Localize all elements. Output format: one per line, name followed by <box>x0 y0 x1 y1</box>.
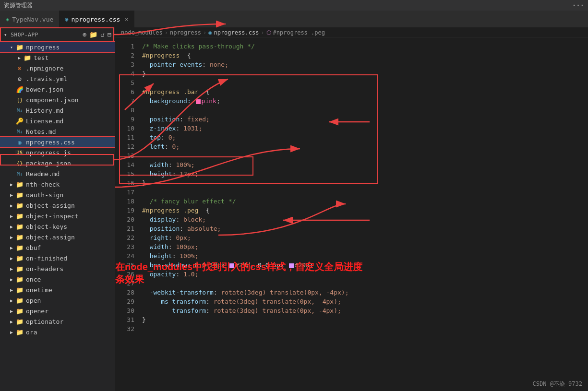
tree-item[interactable]: ▶📁on-finished <box>0 253 115 263</box>
tree-item[interactable]: ▶📁opener <box>0 306 115 316</box>
tree-arrow-icon[interactable]: ▶ <box>8 266 15 272</box>
tree-file-icon: 📁 <box>15 234 24 241</box>
tree-item[interactable]: {}package.json <box>0 158 115 168</box>
code-line: display: block; <box>142 215 588 224</box>
tree-arrow-icon[interactable]: ▶ <box>15 55 23 60</box>
refresh-icon[interactable]: ↺ <box>100 31 104 38</box>
code-line: #nprogress { <box>142 51 588 60</box>
tree-file-icon: 📁 <box>15 244 24 251</box>
code-line: width: 100px; <box>142 242 588 251</box>
tree-arrow-icon[interactable]: ▶ <box>8 330 15 335</box>
tree-item[interactable]: ▶📁object-assign <box>0 200 115 211</box>
tree-item[interactable]: ▶📁nth-check <box>0 179 115 190</box>
tree-file-icon: 📁 <box>15 329 24 336</box>
code-line: } <box>142 315 588 324</box>
tree-arrow-icon[interactable]: ▶ <box>8 319 15 324</box>
tree-item[interactable]: ▶📁onetime <box>0 284 115 295</box>
tree-file-icon: 📁 <box>15 297 24 304</box>
tree-item-label: optionator <box>26 318 63 325</box>
tree-item[interactable]: ▶📁obuf <box>0 242 115 253</box>
tree-item-label: object-assign <box>26 202 75 209</box>
code-line: height: 12px; <box>142 169 588 178</box>
tree-item[interactable]: M↓History.md <box>0 105 115 116</box>
line-number: 13 <box>115 151 134 160</box>
tree-file-icon: {} <box>15 97 24 103</box>
tree-item-label: once <box>26 276 41 283</box>
tree-item-label: .npmignore <box>26 65 63 72</box>
tree-arrow-icon[interactable]: ▾ <box>8 45 15 50</box>
line-number: 8 <box>115 106 134 115</box>
tree-item[interactable]: ▾📁nprogress <box>0 42 115 52</box>
tree-file-icon: 📁 <box>15 308 24 315</box>
tab-typenav[interactable]: ◈ TypeNav.vue <box>0 11 59 27</box>
tree-item[interactable]: ▶📁on-headers <box>0 263 115 274</box>
code-line: transform: rotate(3deg) translate(0px, -… <box>142 306 588 315</box>
tree-file-icon: ⚙ <box>15 75 24 83</box>
tree-arrow-icon[interactable]: ▶ <box>8 203 15 208</box>
tree-item[interactable]: JSnprogress.js <box>0 147 115 158</box>
tree-item[interactable]: ▶📁once <box>0 274 115 284</box>
tree-arrow-icon[interactable]: ▶ <box>8 192 15 198</box>
tree-item[interactable]: ▶📁object-inspect <box>0 211 115 221</box>
tree-arrow-icon[interactable]: ▶ <box>8 277 15 282</box>
tree-item[interactable]: ▶📁open <box>0 295 115 306</box>
line-number: 28 <box>115 288 134 297</box>
tree-item[interactable]: ⊗.npmignore <box>0 63 115 73</box>
tree-item[interactable]: M↓Readme.md <box>0 168 115 179</box>
tree-item[interactable]: 🌈bower.json <box>0 84 115 95</box>
tree-arrow-icon[interactable]: ▶ <box>8 182 15 187</box>
tab-typenav-label: TypeNav.vue <box>12 16 53 23</box>
line-number: 15 <box>115 169 134 178</box>
tree-item[interactable]: ⚙.travis.yml <box>0 73 115 84</box>
code-line: } <box>142 69 588 78</box>
tree-file-icon: 📁 <box>15 191 24 199</box>
tree-file-icon: M↓ <box>15 129 24 134</box>
breadcrumb-item-file: nprogress.css <box>214 29 259 36</box>
tree-item-label: License.md <box>26 118 63 125</box>
top-bar-title: 资源管理器 <box>4 1 33 10</box>
tree-item[interactable]: ▶📁optionator <box>0 316 115 327</box>
line-number: 3 <box>115 60 134 69</box>
tree-item[interactable]: ▶📁test <box>0 52 115 63</box>
sidebar-header: ▾ SHOP-APP ⊕ 📁 ↺ ⊟ <box>0 27 115 42</box>
tree-item[interactable]: ◉nprogress.css <box>0 137 115 147</box>
tab-nprogress-label: nprogress.css <box>72 16 120 23</box>
tree-arrow-icon[interactable]: ▶ <box>8 213 15 219</box>
line-number: 26 <box>115 270 134 279</box>
tab-close-icon[interactable]: ✕ <box>125 16 128 23</box>
tree-arrow-icon[interactable]: ▶ <box>8 256 15 261</box>
tree-arrow-icon[interactable]: ▶ <box>8 245 15 250</box>
new-file-icon[interactable]: ⊕ <box>83 31 86 38</box>
tab-nprogress-css[interactable]: ◉ nprogress.css ✕ <box>59 11 134 27</box>
code-line: position: fixed; <box>142 115 588 124</box>
tree-arrow-icon[interactable]: ▶ <box>8 298 15 303</box>
tree-item-label: obuf <box>26 244 41 251</box>
line-number: 29 <box>115 297 134 306</box>
top-bar-dots[interactable]: ··· <box>572 1 584 9</box>
top-bar: 资源管理器 ··· <box>0 0 588 11</box>
tree-item[interactable]: ▶📁object-keys <box>0 221 115 232</box>
editor-content: 1234567891011121314151617181920212223242… <box>115 38 588 391</box>
tree-arrow-icon[interactable]: ▶ <box>8 287 15 293</box>
tree-item[interactable]: ▶📁object.assign <box>0 232 115 242</box>
breadcrumb: node_modules › nprogress › ◉ nprogress.c… <box>115 27 588 38</box>
code-area[interactable]: /* Make clicks pass-through */#nprogress… <box>138 38 588 391</box>
tree-arrow-icon[interactable]: ▶ <box>8 224 15 229</box>
new-folder-icon[interactable]: 📁 <box>89 31 97 38</box>
tree-item[interactable]: ▶📁oauth-sign <box>0 190 115 200</box>
tree-item[interactable]: 🔑License.md <box>0 116 115 126</box>
code-line: -ms-transform: rotate(3deg) translate(0p… <box>142 297 588 306</box>
tree-arrow-icon[interactable]: ▶ <box>8 308 15 314</box>
collapse-icon[interactable]: ⊟ <box>108 31 111 38</box>
code-line <box>142 279 588 288</box>
tree-file-icon: ◉ <box>15 139 24 146</box>
breadcrumb-item-peg: #nprogress .peg <box>273 29 325 36</box>
tree-file-icon: M↓ <box>15 108 24 113</box>
tree-item[interactable]: M↓Notes.md <box>0 126 115 137</box>
editor-area: node_modules › nprogress › ◉ nprogress.c… <box>115 27 588 391</box>
tree-arrow-icon[interactable]: ▶ <box>8 235 15 240</box>
tree-item[interactable]: ▶📁ora <box>0 327 115 337</box>
tree-item[interactable]: {}component.json <box>0 95 115 105</box>
tree-item-label: nprogress <box>26 44 60 51</box>
line-number: 21 <box>115 224 134 233</box>
